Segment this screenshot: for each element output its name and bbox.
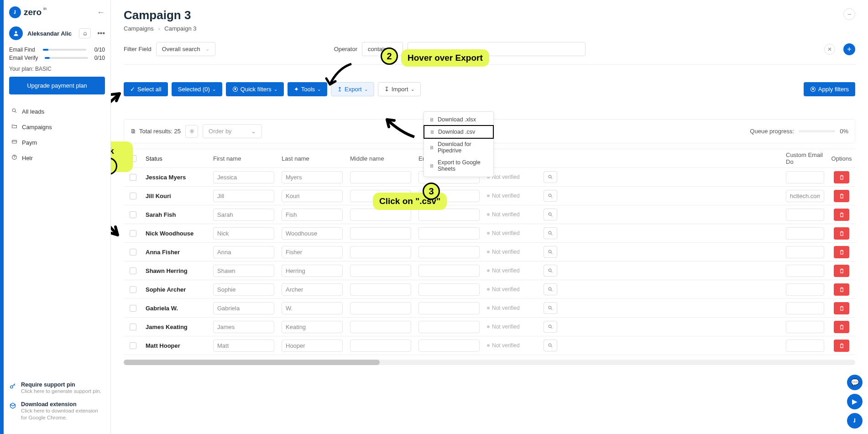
last-name-input[interactable]: [282, 190, 343, 202]
row-checkbox[interactable]: [130, 267, 136, 274]
export-csv[interactable]: 🗎Download .csv: [424, 125, 494, 139]
row-checkbox[interactable]: [130, 305, 136, 312]
custom-domain-input[interactable]: [786, 340, 824, 352]
first-name-input[interactable]: [213, 209, 274, 221]
custom-domain-input[interactable]: [786, 302, 824, 314]
selected-button[interactable]: Selected (0) ⌄: [172, 82, 222, 96]
bell-button[interactable]: [79, 28, 91, 38]
collapse-sidebar-icon[interactable]: ←: [97, 8, 105, 17]
settings-button[interactable]: [185, 125, 198, 138]
email-input[interactable]: [418, 246, 480, 258]
export-xlsx[interactable]: 🗎Download .xlsx: [424, 114, 493, 125]
chat-button[interactable]: 💬: [847, 375, 863, 390]
support-pin-block[interactable]: Require support pin Click here to genera…: [9, 382, 105, 395]
nav-payments[interactable]: Paym: [9, 135, 105, 150]
delete-button[interactable]: [834, 227, 849, 240]
last-name-input[interactable]: [282, 171, 343, 183]
email-input[interactable]: [418, 340, 480, 352]
import-button[interactable]: ↧ Import ⌄: [378, 82, 421, 96]
row-search-button[interactable]: [544, 283, 557, 295]
email-input[interactable]: [418, 209, 480, 221]
row-checkbox[interactable]: [130, 249, 136, 256]
nav-campaigns[interactable]: Campaigns: [9, 119, 105, 135]
quick-filters-button[interactable]: ⦿ Quick filters ⌄: [226, 82, 284, 96]
email-input[interactable]: [418, 302, 480, 314]
custom-domain-input[interactable]: [786, 283, 824, 296]
row-search-button[interactable]: [544, 246, 557, 258]
first-name-input[interactable]: [213, 283, 274, 296]
custom-domain-input[interactable]: [786, 265, 824, 277]
row-search-button[interactable]: [544, 227, 557, 239]
email-input[interactable]: [418, 227, 480, 240]
row-search-button[interactable]: [544, 190, 557, 202]
delete-button[interactable]: [834, 246, 849, 258]
minimize-button[interactable]: −: [843, 8, 855, 20]
middle-name-input[interactable]: [350, 321, 411, 333]
logo[interactable]: zeroin: [9, 6, 42, 18]
first-name-input[interactable]: [213, 302, 274, 314]
upgrade-button[interactable]: Upgrade payment plan: [9, 77, 105, 94]
tools-button[interactable]: ✦ Tools ⌄: [288, 82, 327, 96]
last-name-input[interactable]: [282, 246, 343, 258]
delete-button[interactable]: [834, 265, 849, 277]
first-name-input[interactable]: [213, 321, 274, 333]
row-checkbox[interactable]: [130, 174, 136, 181]
first-name-input[interactable]: [213, 227, 274, 240]
row-search-button[interactable]: [544, 265, 557, 277]
horizontal-scrollbar[interactable]: [124, 360, 855, 365]
row-search-button[interactable]: [544, 302, 557, 314]
custom-domain-input[interactable]: [786, 171, 824, 183]
remove-filter-button[interactable]: ✕: [824, 44, 835, 55]
middle-name-input[interactable]: [350, 283, 411, 296]
email-input[interactable]: [418, 283, 480, 296]
custom-domain-input[interactable]: [786, 227, 824, 240]
delete-button[interactable]: [834, 190, 849, 202]
delete-button[interactable]: [834, 209, 849, 221]
first-name-input[interactable]: [213, 265, 274, 277]
row-search-button[interactable]: [544, 209, 557, 220]
select-all-button[interactable]: ✓ Select all: [124, 82, 168, 96]
download-ext-block[interactable]: Download extension Click here to downloa…: [9, 401, 105, 421]
first-name-input[interactable]: [213, 190, 274, 202]
menu-dots-icon[interactable]: •••: [97, 29, 105, 37]
hook-button[interactable]: [847, 413, 863, 429]
row-checkbox[interactable]: [130, 324, 136, 330]
last-name-input[interactable]: [282, 209, 343, 221]
last-name-input[interactable]: [282, 340, 343, 352]
avatar[interactable]: [9, 26, 23, 40]
email-input[interactable]: [418, 265, 480, 277]
row-search-button[interactable]: [544, 340, 557, 351]
nav-all-leads[interactable]: All leads: [9, 104, 105, 119]
delete-button[interactable]: [834, 340, 849, 352]
row-checkbox[interactable]: [130, 286, 136, 293]
delete-button[interactable]: [834, 302, 849, 314]
first-name-input[interactable]: [213, 246, 274, 258]
first-name-input[interactable]: [213, 171, 274, 183]
middle-name-input[interactable]: [350, 227, 411, 240]
last-name-input[interactable]: [282, 265, 343, 277]
order-by-select[interactable]: Order by⌄: [203, 124, 262, 138]
first-name-input[interactable]: [213, 340, 274, 352]
apply-filters-button[interactable]: ⦿ Apply filters: [804, 82, 855, 96]
filter-field-select[interactable]: Overall search ⌄: [156, 42, 215, 56]
middle-name-input[interactable]: [350, 171, 411, 183]
custom-domain-input[interactable]: [786, 209, 824, 221]
row-search-button[interactable]: [544, 321, 557, 333]
middle-name-input[interactable]: [350, 340, 411, 352]
middle-name-input[interactable]: [350, 265, 411, 277]
export-pipedrive[interactable]: 🗎Download for Pipedrive: [424, 138, 493, 157]
nav-help[interactable]: Helr: [9, 150, 105, 166]
row-checkbox[interactable]: [130, 211, 136, 218]
last-name-input[interactable]: [282, 302, 343, 314]
middle-name-input[interactable]: [350, 302, 411, 314]
email-input[interactable]: [418, 321, 480, 333]
last-name-input[interactable]: [282, 227, 343, 240]
row-checkbox[interactable]: [130, 193, 136, 199]
play-button[interactable]: ▶: [847, 394, 863, 409]
breadcrumb-item[interactable]: Campaigns: [124, 25, 154, 32]
middle-name-input[interactable]: [350, 209, 411, 221]
middle-name-input[interactable]: [350, 246, 411, 258]
add-filter-button[interactable]: +: [843, 43, 855, 55]
last-name-input[interactable]: [282, 283, 343, 296]
delete-button[interactable]: [834, 171, 849, 183]
